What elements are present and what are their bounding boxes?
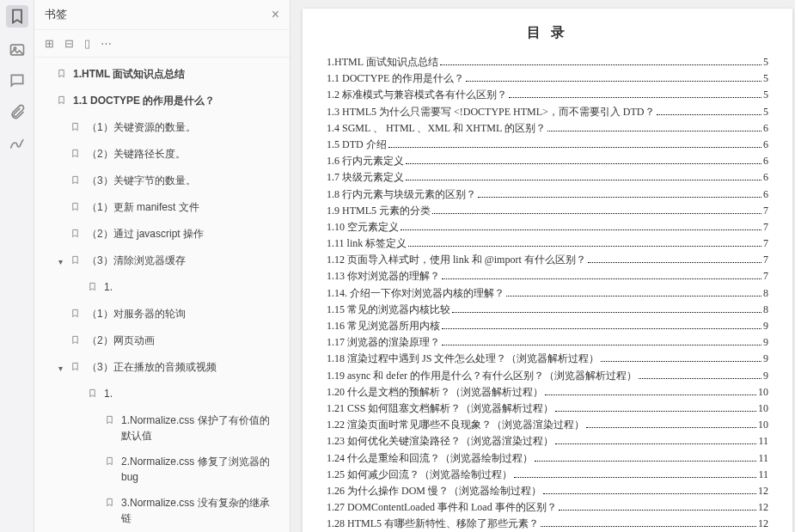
toc-entry[interactable]: 1.16 常见浏览器所用内核9	[327, 318, 768, 334]
toc-entry[interactable]: 1.2 标准模式与兼容模式各有什么区别？5	[327, 87, 768, 103]
toc-entry[interactable]: 1.8 行内元素与块级元素的区别？6	[327, 187, 768, 203]
toc-entry-text: 1.9 HTML5 元素的分类	[327, 203, 431, 219]
document-viewport[interactable]: 目 录 1.HTML 面试知识点总结51.1 DOCTYPE 的作用是什么？51…	[290, 0, 795, 532]
bookmark-label: 1.	[104, 386, 279, 401]
bookmark-item[interactable]: （1）对服务器的轮询	[34, 301, 290, 327]
toc-entry[interactable]: 1.4 SGML 、 HTML 、XML 和 XHTML 的区别？6	[327, 120, 768, 137]
bookmark-item[interactable]: （2）通过 javascript 操作	[34, 221, 290, 248]
attachment-icon[interactable]	[9, 103, 26, 120]
toc-entry[interactable]: 1.22 渲染页面时常见哪些不良现象？（浏览器渲染过程）10	[327, 417, 768, 433]
bookmark-item[interactable]: 1.	[34, 274, 290, 301]
toc-entry[interactable]: 1.1 DOCTYPE 的作用是什么？5	[327, 70, 768, 87]
toc-entry[interactable]: 1.20 什么是文档的预解析？（浏览器解析过程）10	[327, 384, 768, 401]
close-icon[interactable]: ×	[272, 7, 279, 22]
chevron-down-icon[interactable]: ▾	[58, 255, 69, 268]
toc-entry-page: 8	[763, 285, 768, 302]
bookmark-item[interactable]: ▾（3）正在播放的音频或视频	[34, 354, 290, 381]
toc-entry-page: 10	[758, 401, 768, 417]
bookmark-item[interactable]: （1）关键资源的数量。	[34, 114, 290, 141]
toc-entry[interactable]: 1.18 渲染过程中遇到 JS 文件怎么处理？（浏览器解析过程）9	[327, 351, 768, 367]
bookmark-icon[interactable]	[6, 5, 28, 28]
bookmark-icon	[70, 227, 80, 242]
bookmark-item[interactable]: （1）更新 manifest 文件	[34, 194, 290, 221]
toc-entry[interactable]: 1.3 HTML5 为什么只需要写 <!DOCTYPE HTML>，而不需要引入…	[327, 104, 768, 120]
bookmark-label: 2.Normalize.css 修复了浏览器的 bug	[121, 454, 279, 485]
toc-entry[interactable]: 1.24 什么是重绘和回流？（浏览器绘制过程）11	[327, 450, 768, 467]
toc-entry[interactable]: 1.HTML 面试知识点总结5	[327, 54, 768, 70]
toc-entry[interactable]: 1.11 link 标签定义7	[327, 235, 768, 252]
toc-entry-page: 7	[763, 219, 768, 235]
toc-title: 目 录	[327, 24, 768, 42]
toc-entry[interactable]: 1.19 async 和 defer 的作用是什么？有什么区别？（浏览器解析过程…	[327, 368, 768, 384]
toc-entry[interactable]: 1.6 行内元素定义6	[327, 153, 768, 169]
toc-leader-dots	[506, 296, 761, 297]
toc-entry-text: 1.10 空元素定义	[327, 219, 399, 235]
bookmark-item[interactable]: ▾（3）清除浏览器缓存	[34, 248, 290, 274]
toc-entry[interactable]: 1.12 页面导入样式时，使用 link 和 @import 有什么区别？7	[327, 252, 768, 268]
chevron-down-icon[interactable]: ▾	[58, 362, 69, 375]
toc-entry-page: 5	[763, 87, 768, 103]
toc-entry[interactable]: 1.25 如何减少回流？（浏览器绘制过程）11	[327, 467, 768, 483]
toc-leader-dots	[401, 229, 761, 230]
toc-entry[interactable]: 1.5 DTD 介绍6	[327, 137, 768, 153]
collapse-all-icon[interactable]: ⊟	[64, 37, 74, 50]
toc-entry-text: 1.19 async 和 defer 的作用是什么？有什么区别？（浏览器解析过程…	[327, 368, 637, 384]
more-icon[interactable]: ⋯	[101, 37, 112, 50]
toc-leader-dots	[452, 312, 761, 313]
comment-icon[interactable]	[9, 72, 26, 89]
toc-entry[interactable]: 1.28 HTML5 有哪些新特性、移除了那些元素？12	[327, 516, 768, 532]
bookmark-item[interactable]: 3.Normalize.css 没有复杂的继承链	[34, 490, 290, 531]
toc-leader-dots	[586, 427, 756, 428]
toc-entry-page: 5	[763, 54, 768, 70]
toc-entry[interactable]: 1.13 你对浏览器的理解？7	[327, 268, 768, 284]
toc-entry-text: 1.21 CSS 如何阻塞文档解析？（浏览器解析过程）	[327, 401, 553, 417]
bookmark-item[interactable]: 1.1 DOCTYPE 的作用是什么？	[34, 88, 290, 114]
image-icon[interactable]	[9, 41, 26, 58]
toc-entry-text: 1.14. 介绍一下你对浏览器内核的理解？	[327, 285, 505, 302]
toc-leader-dots	[555, 443, 756, 444]
bookmark-item[interactable]: 1.	[34, 381, 290, 407]
toc-entry[interactable]: 1.14. 介绍一下你对浏览器内核的理解？8	[327, 285, 768, 302]
toc-entry-page: 10	[758, 417, 768, 433]
toc-entry[interactable]: 1.7 块级元素定义6	[327, 169, 768, 186]
toc-entry[interactable]: 1.17 浏览器的渲染原理？9	[327, 334, 768, 351]
toc-entry-text: 1.20 什么是文档的预解析？（浏览器解析过程）	[327, 384, 543, 401]
toc-leader-dots	[588, 262, 761, 263]
bookmark-item[interactable]: 2.Normalize.css 修复了浏览器的 bug	[34, 449, 290, 490]
toc-entry-page: 9	[763, 318, 768, 334]
toc-entry[interactable]: 1.9 HTML5 元素的分类7	[327, 203, 768, 219]
toc-entry[interactable]: 1.27 DOMContentLoaded 事件和 Load 事件的区别？12	[327, 499, 768, 516]
bookmark-item[interactable]: （2）网页动画	[34, 327, 290, 354]
expand-all-icon[interactable]: ⊞	[45, 37, 54, 50]
bookmark-label: 3.Normalize.css 没有复杂的继承链	[121, 495, 279, 526]
toc-entry[interactable]: 1.15 常见的浏览器内核比较8	[327, 302, 768, 318]
toc-entry[interactable]: 1.10 空元素定义7	[327, 219, 768, 235]
toc-entry-page: 6	[763, 137, 768, 153]
signature-icon[interactable]	[9, 134, 26, 151]
toc-leader-dots	[657, 114, 761, 115]
bookmark-item[interactable]: （2）关键路径长度。	[34, 141, 290, 168]
toc-leader-dots	[543, 493, 756, 494]
bookmark-item[interactable]: 1.HTML 面试知识点总结	[34, 61, 290, 88]
toc-entry-page: 7	[763, 235, 768, 252]
bookmark-icon	[57, 67, 66, 83]
bookmarks-panel: 书签 × ⊞ ⊟ ▯ ⋯ 1.HTML 面试知识点总结1.1 DOCTYPE 的…	[34, 0, 290, 532]
toc-entry-text: 1.24 什么是重绘和回流？（浏览器绘制过程）	[327, 450, 533, 467]
bookmark-item[interactable]: （3）关键字节的数量。	[34, 168, 290, 194]
bookmark-label: （3）关键字节的数量。	[87, 173, 279, 188]
toc-leader-dots	[509, 97, 761, 98]
toc-entry[interactable]: 1.23 如何优化关键渲染路径？（浏览器渲染过程）11	[327, 433, 768, 449]
toc-leader-dots	[478, 197, 761, 198]
toc-entry-page: 6	[763, 187, 768, 203]
toc-entry-page: 12	[758, 516, 768, 532]
toc-entry-text: 1.5 DTD 介绍	[327, 137, 387, 153]
toc-entry-page: 8	[763, 302, 768, 318]
toc-entry[interactable]: 1.21 CSS 如何阻塞文档解析？（浏览器解析过程）10	[327, 401, 768, 417]
toc-entry[interactable]: 1.26 为什么操作 DOM 慢？（浏览器绘制过程）12	[327, 483, 768, 499]
toc-entry-page: 6	[763, 120, 768, 137]
bookmark-item[interactable]: 1.Normalize.css 保护了有价值的默认值	[34, 407, 290, 449]
left-toolbar	[0, 0, 34, 532]
toc-entry-text: 1.12 页面导入样式时，使用 link 和 @import 有什么区别？	[327, 252, 586, 268]
toc-leader-dots	[514, 477, 756, 478]
add-bookmark-icon[interactable]: ▯	[84, 37, 90, 50]
